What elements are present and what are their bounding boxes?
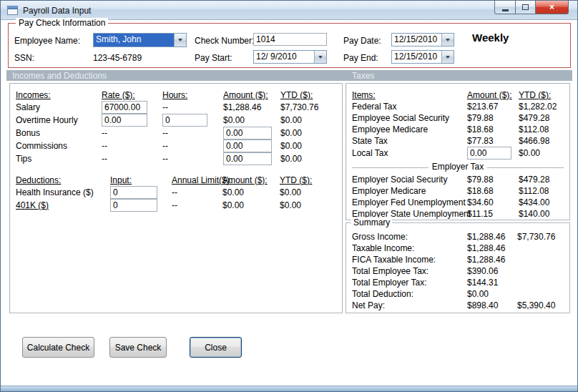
column-header-ytd: YTD ($): (280, 175, 312, 185)
calculate-check-button[interactable]: Calculate Check (22, 337, 94, 358)
title-bar[interactable]: Payroll Data Input (1, 1, 577, 20)
cell-value: $18.68 (467, 186, 494, 196)
summary-row-label: Total Deduction: (352, 289, 413, 299)
cell-value: $79.88 (467, 113, 494, 123)
paycheck-info-groupbox: Pay Check Information Employee Name: Smi… (8, 23, 571, 68)
cell-value: $479.28 (519, 113, 549, 123)
minimize-button[interactable] (494, 1, 516, 14)
paycheck-info-group-label: Pay Check Information (16, 18, 108, 28)
close-window-button[interactable]: × (536, 1, 569, 14)
commissions-amount-input[interactable] (223, 139, 272, 152)
overtime-rate-input[interactable] (102, 114, 147, 127)
summary-row-label: Net Pay: (352, 300, 385, 310)
summary-row-label: Total Employee Tax: (352, 266, 428, 276)
tax-row-label: Employer Social Security (352, 175, 447, 185)
column-header-deductions: Deductions: (16, 175, 61, 185)
incomes-deductions-section-label: Incomes and Deductions (12, 71, 107, 81)
cell-value: -- (162, 102, 168, 112)
cell-value: -- (102, 154, 107, 164)
column-header-hours: Hours: (162, 90, 187, 100)
cell-value: -- (162, 154, 168, 164)
cell-value: -- (172, 187, 177, 197)
summary-row-label: Gross Income: (352, 232, 408, 242)
cell-value: $0.00 (280, 141, 302, 151)
tips-amount-input[interactable] (223, 152, 272, 165)
cell-value: -- (162, 141, 168, 151)
salary-rate-input[interactable] (102, 101, 147, 114)
cell-value: -- (172, 200, 177, 210)
cell-value: $466.98 (519, 136, 549, 146)
employee-name-combobox[interactable]: Smith, John (93, 33, 187, 47)
check-number-input[interactable] (253, 33, 327, 46)
cell-value: $0.00 (280, 128, 302, 138)
cell-value: $7,730.76 (517, 232, 555, 242)
cell-value: $213.67 (467, 102, 498, 112)
ssn-label: SSN: (14, 53, 34, 63)
cell-value: $898.40 (467, 300, 498, 310)
overtime-hours-input[interactable] (162, 114, 207, 127)
cell-value: $112.08 (519, 186, 549, 196)
401k-input[interactable] (110, 199, 157, 212)
tax-row-label: Federal Tax (352, 102, 396, 112)
cell-value: $112.08 (519, 124, 549, 134)
link-401k[interactable]: 401K ($) (16, 200, 49, 210)
employee-name-dropdown-button[interactable] (174, 34, 186, 46)
cell-value: -- (162, 128, 168, 138)
summary-table: Gross Income: $1,288.46 $7,730.76 Taxabl… (352, 231, 564, 311)
cell-value: $77.83 (467, 136, 494, 146)
cell-value: $79.88 (467, 175, 494, 185)
pay-start-value: 12/ 9/2010 (254, 51, 314, 63)
tax-row-label: Employee Medicare (352, 124, 428, 134)
maximize-icon (522, 4, 529, 10)
taxes-panel: Items: Amount ($): YTD ($): Federal Tax … (346, 83, 570, 220)
pay-start-dropdown-button[interactable] (314, 51, 326, 63)
bonus-amount-input[interactable] (223, 127, 272, 139)
income-row-label: Salary (16, 102, 40, 112)
employee-name-label: Employee Name: (14, 36, 80, 46)
incomes-table: Incomes: Rate ($): Hours: Amount ($): YT… (16, 89, 336, 165)
cell-value: $34.60 (467, 197, 494, 207)
income-row-label: Overtime Hourly (16, 115, 78, 125)
cell-value: $1,288.46 (467, 255, 505, 265)
save-check-button[interactable]: Save Check (109, 337, 167, 358)
pay-start-datepicker[interactable]: 12/ 9/2010 (253, 50, 327, 64)
cell-value: $0.00 (280, 200, 301, 210)
column-header-ytd: YTD ($): (519, 90, 551, 100)
pay-date-datepicker[interactable]: 12/15/2010 (391, 33, 454, 46)
chevron-down-icon (178, 39, 182, 41)
cell-value: $0.00 (280, 154, 302, 164)
close-button[interactable]: Close (190, 337, 242, 358)
cell-value: $7,730.76 (280, 102, 318, 112)
column-header-incomes: Incomes: (16, 90, 51, 100)
cell-value: -- (102, 128, 107, 138)
column-header-input: Input: (110, 175, 132, 185)
deduction-row-label: Health Insurance ($) (16, 187, 94, 197)
close-icon: × (549, 2, 554, 12)
pay-end-label: Pay End: (343, 53, 378, 63)
income-row-label: Tips (16, 154, 31, 164)
summary-row-label: Taxable Income: (352, 243, 414, 253)
health-insurance-input[interactable] (110, 186, 157, 199)
employer-tax-separator: Employer Tax (352, 167, 564, 174)
cell-value: $1,282.02 (519, 102, 557, 112)
cell-value: $5,390.40 (517, 300, 555, 310)
pay-end-dropdown-button[interactable] (441, 51, 454, 63)
local-tax-input[interactable] (467, 147, 511, 160)
cell-value: $18.68 (467, 124, 494, 134)
cell-value: $0.00 (280, 187, 301, 197)
cell-value: $0.00 (223, 115, 245, 125)
pay-date-label: Pay Date: (343, 36, 381, 46)
summary-group-label: Summary (351, 217, 392, 227)
maximize-button[interactable] (516, 1, 536, 14)
chevron-down-icon (446, 39, 450, 41)
section-band: Incomes and Deductions Taxes (6, 70, 572, 81)
pay-end-datepicker[interactable]: 12/15/2010 (391, 50, 454, 64)
cell-value: $0.00 (280, 115, 302, 125)
pay-date-dropdown-button[interactable] (441, 34, 454, 46)
app-icon[interactable] (7, 6, 18, 15)
cell-value: $0.00 (222, 200, 244, 210)
incomes-deductions-panel: Incomes: Rate ($): Hours: Amount ($): YT… (9, 83, 343, 313)
cell-value: $434.00 (519, 197, 549, 207)
tax-row-label: Employee Social Security (352, 113, 449, 123)
cell-value: -- (102, 141, 107, 151)
